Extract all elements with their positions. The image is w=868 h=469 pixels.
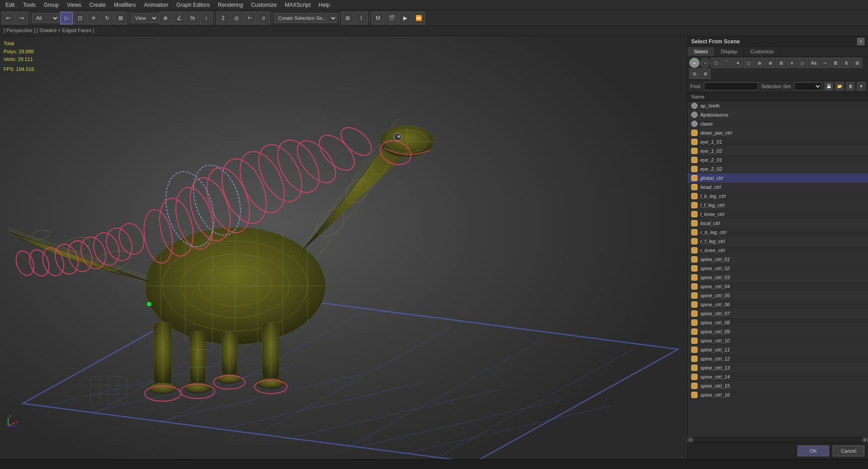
select-filter-dropdown[interactable]: All [32, 13, 59, 23]
list-item[interactable]: spine_ctrl_06 [688, 300, 868, 309]
scroll-right-button[interactable]: ► [863, 437, 868, 443]
panel-close-button[interactable]: × [857, 38, 864, 45]
list-item[interactable]: eye_1_02 [688, 146, 868, 155]
reference-dropdown[interactable]: View [131, 13, 158, 23]
list-item[interactable]: spine_ctrl_07 [688, 309, 868, 318]
collapse-button[interactable]: ⊟ [689, 69, 699, 79]
expand-button[interactable]: ⊞ [852, 58, 862, 68]
filter-geometry-button[interactable]: ⬡ [711, 58, 721, 68]
move-button[interactable]: ✛ [87, 12, 100, 24]
list-item[interactable]: local_ctrl [688, 219, 868, 228]
list-item[interactable]: l_b_leg_ctrl [688, 192, 868, 201]
list-item[interactable]: head_ctrl [688, 183, 868, 192]
render-button[interactable]: ▶ [399, 12, 411, 24]
load-selection-button[interactable]: 📂 [835, 82, 844, 90]
selection-set-dropdown[interactable] [794, 82, 822, 90]
material-editor-button[interactable]: M [372, 12, 384, 24]
delete-selection-button[interactable]: 🗑 [846, 82, 854, 90]
menu-help[interactable]: Help [315, 1, 334, 9]
create-selection-button[interactable]: ◎ [230, 12, 243, 24]
scroll-left-button[interactable]: ◄ [688, 437, 693, 443]
menu-customize[interactable]: Customize [247, 1, 280, 9]
list-item[interactable]: spine_ctrl_08 [688, 318, 868, 327]
filter-all-button[interactable]: ≡ [787, 58, 797, 68]
list-item[interactable]: down_jaw_ctrl [688, 128, 868, 137]
undo-button[interactable]: ↩ [2, 12, 14, 24]
mirror-button[interactable]: ⊢ [244, 12, 256, 24]
options-button[interactable]: ⚙ [700, 69, 710, 79]
menu-views[interactable]: Views [63, 1, 85, 9]
menu-modifiers[interactable]: Modifiers [110, 1, 140, 9]
list-item[interactable]: spine_ctrl_09 [688, 327, 868, 336]
viewport[interactable]: X Y Z Total Polys: 28.888 Verts: 29.111 … [0, 36, 687, 459]
list-item[interactable]: spine_ctrl_05 [688, 291, 868, 300]
list-item[interactable]: r_knee_ctrl [688, 246, 868, 255]
tab-customize[interactable]: Customize [744, 47, 781, 56]
filter-cameras-button[interactable]: ◻ [744, 58, 754, 68]
curve-editor-button[interactable]: ⌇ [355, 12, 368, 24]
sort-button[interactable]: ⇅ [841, 58, 851, 68]
redo-button[interactable]: ↪ [15, 12, 28, 24]
menu-group[interactable]: Group [40, 1, 62, 9]
select-all-button[interactable]: ● [689, 58, 699, 68]
list-item[interactable]: l_knee_ctrl [688, 210, 868, 219]
list-item[interactable]: l_f_leg_ctrl [688, 201, 868, 210]
list-item[interactable]: spine_ctrl_13 [688, 363, 868, 372]
list-item[interactable]: eye_1_01 [688, 137, 868, 146]
list-item[interactable]: spine_ctrl_03 [688, 273, 868, 282]
create-selection-dropdown[interactable]: Create Selection Se... [274, 13, 337, 23]
save-selection-button[interactable]: 💾 [825, 82, 833, 90]
list-h-scroll[interactable]: ◄ ► [688, 437, 868, 442]
selection-options-button[interactable]: ▼ [857, 82, 865, 90]
list-item[interactable]: eye_2_02 [688, 164, 868, 174]
filter-bones-button[interactable]: ⊞ [776, 58, 786, 68]
select-region-button[interactable]: ⊡ [74, 12, 86, 24]
list-type-button[interactable]: ≣ [830, 58, 840, 68]
list-item[interactable]: spine_ctrl_11 [688, 345, 868, 354]
list-item[interactable]: spine_ctrl_01 [688, 255, 868, 264]
select-dependents-button[interactable]: ⇢ [820, 58, 830, 68]
case-sensitive-button[interactable]: Aa [809, 58, 819, 68]
list-item[interactable]: r_f_leg_ctrl [688, 237, 868, 246]
list-item[interactable]: spine_ctrl_15 [688, 381, 868, 390]
select-none-button[interactable]: ○ [700, 58, 710, 68]
list-item[interactable]: spine_ctrl_10 [688, 336, 868, 345]
list-item[interactable]: spine_ctrl_12 [688, 354, 868, 363]
quick-render-button[interactable]: ⏩ [412, 12, 425, 24]
list-item[interactable]: ap_teeth [688, 101, 868, 110]
list-item[interactable]: claws [688, 119, 868, 128]
cancel-button[interactable]: Cancel [833, 446, 864, 456]
h-scroll-track[interactable] [693, 438, 863, 442]
snap-toggle-button[interactable]: ⊕ [159, 12, 172, 24]
list-item[interactable]: global_ctrl [688, 174, 868, 183]
list-item[interactable]: spine_ctrl_14 [688, 372, 868, 381]
spinner-snap-button[interactable]: ↕ [200, 12, 212, 24]
select-object-button[interactable]: ▷ [60, 12, 73, 24]
align-button[interactable]: ≡ [257, 12, 270, 24]
find-input[interactable] [704, 82, 758, 90]
object-list[interactable]: ap_teethApatosaurusclawsdown_jaw_ctrleye… [688, 101, 868, 437]
list-item[interactable]: spine_ctrl_02 [688, 264, 868, 273]
filter-lights-button[interactable]: ✦ [733, 58, 743, 68]
list-item[interactable]: r_b_leg_ctrl [688, 228, 868, 237]
tab-select[interactable]: Select [688, 47, 715, 56]
list-item[interactable]: spine_ctrl_16 [688, 390, 868, 399]
menu-rendering[interactable]: Rendering [214, 1, 246, 9]
angle-snap-button[interactable]: ∠ [173, 12, 185, 24]
menu-maxscript[interactable]: MAXScript [281, 1, 314, 9]
menu-create[interactable]: Create [86, 1, 109, 9]
menu-graph-editors[interactable]: Graph Editors [173, 1, 213, 9]
scale-button[interactable]: ⊠ [114, 12, 127, 24]
list-item[interactable]: spine_ctrl_04 [688, 282, 868, 291]
list-item[interactable]: eye_2_01 [688, 155, 868, 164]
menu-animation[interactable]: Animation [141, 1, 172, 9]
rotate-button[interactable]: ↻ [101, 12, 113, 24]
menu-tools[interactable]: Tools [19, 1, 39, 9]
named-selection-button[interactable]: 3 [217, 12, 229, 24]
tab-display[interactable]: Display [715, 47, 744, 56]
menu-edit[interactable]: Edit [2, 1, 19, 9]
filter-spacewarps-button[interactable]: ⊗ [765, 58, 775, 68]
percent-snap-button[interactable]: % [186, 12, 199, 24]
filter-shapes-button[interactable]: ⌒ [722, 58, 732, 68]
schematic-view-button[interactable]: ⊞ [341, 12, 354, 24]
